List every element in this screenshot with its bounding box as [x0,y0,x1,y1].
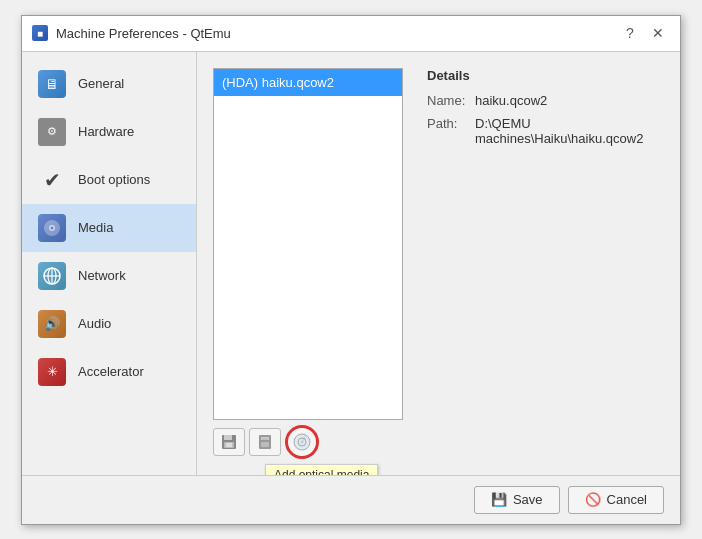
content-area: 🖥 General ⚙ Hardware ✔ Boot options [22,52,680,475]
hardware-icon: ⚙ [36,116,68,148]
svg-rect-10 [226,443,232,447]
optical-disc-icon [293,433,311,451]
sidebar-item-boot-options[interactable]: ✔ Boot options [22,156,196,204]
detail-path-row: Path: D:\QEMU machines\Haiku\haiku.qcow2 [427,116,656,146]
details-title: Details [427,68,656,83]
details-section: Details Name: haiku.qcow2 Path: D:\QEMU … [419,68,664,459]
name-label: Name: [427,93,467,108]
media-icon [36,212,68,244]
main-panel: (HDA) haiku.qcow2 [197,52,680,475]
sidebar-label-network: Network [78,268,126,283]
detail-name-row: Name: haiku.qcow2 [427,93,656,108]
svg-rect-8 [224,435,232,440]
sidebar-item-network[interactable]: Network [22,252,196,300]
network-icon [36,260,68,292]
sidebar: 🖥 General ⚙ Hardware ✔ Boot options [22,52,197,475]
svg-rect-12 [261,437,269,440]
accelerator-icon: ✳ [36,356,68,388]
footer: 💾 Save 🚫 Cancel [22,475,680,524]
sidebar-label-audio: Audio [78,316,111,331]
sidebar-label-media: Media [78,220,113,235]
sidebar-item-general[interactable]: 🖥 General [22,60,196,108]
add-optical-button[interactable] [285,425,319,459]
media-list: (HDA) haiku.qcow2 [213,68,403,420]
save-disk-button[interactable] [213,428,245,456]
help-button[interactable]: ? [618,21,642,45]
media-buttons: Add optical media [213,428,403,459]
path-value: D:\QEMU machines\Haiku\haiku.qcow2 [475,116,643,146]
window-title: Machine Preferences - QtEmu [56,26,231,41]
close-button[interactable]: ✕ [646,21,670,45]
sidebar-item-audio[interactable]: 🔊 Audio [22,300,196,348]
media-list-item[interactable]: (HDA) haiku.qcow2 [214,69,402,96]
svg-rect-13 [261,442,269,447]
general-icon: 🖥 [36,68,68,100]
titlebar: ■ Machine Preferences - QtEmu ? ✕ [22,16,680,52]
remove-disk-button[interactable] [249,428,281,456]
svg-point-2 [51,226,54,229]
sidebar-item-media[interactable]: Media [22,204,196,252]
remove-disk-icon [257,434,273,450]
save-disk-icon [221,434,237,450]
sidebar-label-boot: Boot options [78,172,150,187]
path-label: Path: [427,116,467,131]
sidebar-item-accelerator[interactable]: ✳ Accelerator [22,348,196,396]
titlebar-controls: ? ✕ [618,21,670,45]
media-list-container: (HDA) haiku.qcow2 [213,68,403,459]
sidebar-label-general: General [78,76,124,91]
audio-icon: 🔊 [36,308,68,340]
main-window: ■ Machine Preferences - QtEmu ? ✕ 🖥 Gene… [21,15,681,525]
save-label: Save [513,492,543,507]
name-value: haiku.qcow2 [475,93,547,108]
save-icon: 💾 [491,492,507,507]
cancel-icon: 🚫 [585,492,601,507]
tooltip-add-optical: Add optical media [265,464,378,475]
cancel-label: Cancel [607,492,647,507]
titlebar-left: ■ Machine Preferences - QtEmu [32,25,231,41]
boot-icon: ✔ [36,164,68,196]
sidebar-label-accelerator: Accelerator [78,364,144,379]
cancel-button[interactable]: 🚫 Cancel [568,486,664,514]
sidebar-label-hardware: Hardware [78,124,134,139]
sidebar-item-hardware[interactable]: ⚙ Hardware [22,108,196,156]
window-icon: ■ [32,25,48,41]
save-button[interactable]: 💾 Save [474,486,560,514]
media-section: (HDA) haiku.qcow2 [213,68,664,459]
